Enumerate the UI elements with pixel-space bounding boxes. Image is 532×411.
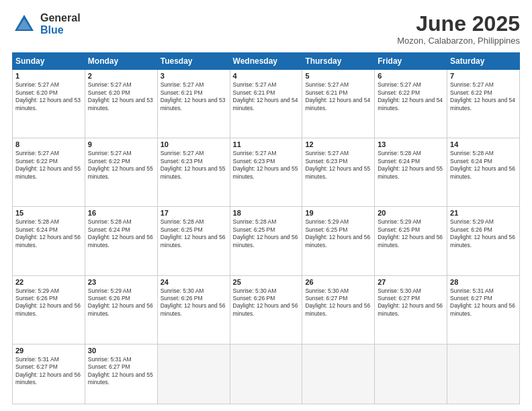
calendar-week-2: 8Sunrise: 5:27 AMSunset: 6:22 PMDaylight… (13, 138, 520, 207)
page: General Blue June 2025 Mozon, Calabarzon… (0, 0, 532, 411)
table-row: 20Sunrise: 5:29 AMSunset: 6:25 PMDayligh… (375, 207, 447, 275)
table-row: 16Sunrise: 5:28 AMSunset: 6:24 PMDayligh… (85, 207, 157, 275)
col-wednesday: Wednesday (230, 53, 302, 70)
cell-info: Sunrise: 5:29 AMSunset: 6:25 PMDaylight:… (305, 218, 370, 248)
table-row (375, 344, 447, 404)
col-monday: Monday (85, 53, 157, 70)
header: General Blue June 2025 Mozon, Calabarzon… (12, 12, 520, 46)
day-number: 15 (15, 209, 82, 217)
cell-info: Sunrise: 5:27 AMSunset: 6:22 PMDaylight:… (88, 150, 153, 179)
table-row: 25Sunrise: 5:30 AMSunset: 6:26 PMDayligh… (230, 275, 302, 344)
day-number: 12 (305, 140, 371, 148)
day-number: 18 (233, 209, 300, 217)
cell-info: Sunrise: 5:27 AMSunset: 6:22 PMDaylight:… (15, 150, 81, 179)
table-row: 10Sunrise: 5:27 AMSunset: 6:23 PMDayligh… (157, 138, 230, 207)
logo-blue: Blue (40, 24, 81, 36)
cell-info: Sunrise: 5:27 AMSunset: 6:22 PMDaylight:… (378, 81, 443, 111)
table-row: 24Sunrise: 5:30 AMSunset: 6:26 PMDayligh… (157, 275, 230, 344)
day-number: 25 (233, 278, 300, 286)
cell-info: Sunrise: 5:31 AMSunset: 6:27 PMDaylight:… (450, 287, 515, 317)
cell-info: Sunrise: 5:28 AMSunset: 6:25 PMDaylight:… (161, 218, 226, 248)
table-row: 29Sunrise: 5:31 AMSunset: 6:27 PMDayligh… (13, 344, 85, 404)
day-number: 3 (161, 72, 227, 80)
cell-info: Sunrise: 5:27 AMSunset: 6:20 PMDaylight:… (15, 81, 81, 111)
table-row: 9Sunrise: 5:27 AMSunset: 6:22 PMDaylight… (85, 138, 157, 207)
cell-info: Sunrise: 5:27 AMSunset: 6:23 PMDaylight:… (233, 150, 298, 179)
day-number: 13 (378, 140, 444, 148)
cell-info: Sunrise: 5:29 AMSunset: 6:26 PMDaylight:… (88, 287, 153, 317)
day-number: 14 (450, 140, 517, 148)
col-sunday: Sunday (13, 53, 85, 70)
day-number: 7 (450, 72, 517, 80)
table-row (157, 344, 230, 404)
table-row: 5Sunrise: 5:27 AMSunset: 6:21 PMDaylight… (302, 70, 375, 138)
table-row: 4Sunrise: 5:27 AMSunset: 6:21 PMDaylight… (230, 70, 302, 138)
calendar-week-3: 15Sunrise: 5:28 AMSunset: 6:24 PMDayligh… (13, 207, 520, 275)
day-number: 30 (88, 347, 154, 355)
day-number: 29 (15, 347, 82, 355)
cell-info: Sunrise: 5:30 AMSunset: 6:27 PMDaylight:… (378, 287, 443, 317)
table-row: 30Sunrise: 5:31 AMSunset: 6:27 PMDayligh… (85, 344, 157, 404)
cell-info: Sunrise: 5:29 AMSunset: 6:25 PMDaylight:… (378, 218, 443, 248)
calendar-table: Sunday Monday Tuesday Wednesday Thursday… (12, 52, 520, 404)
table-row: 17Sunrise: 5:28 AMSunset: 6:25 PMDayligh… (157, 207, 230, 275)
logo-icon (12, 12, 36, 36)
col-saturday: Saturday (447, 53, 520, 70)
day-number: 8 (15, 140, 82, 148)
day-number: 11 (233, 140, 300, 148)
calendar-week-4: 22Sunrise: 5:29 AMSunset: 6:26 PMDayligh… (13, 275, 520, 344)
cell-info: Sunrise: 5:27 AMSunset: 6:21 PMDaylight:… (233, 81, 298, 111)
table-row: 21Sunrise: 5:29 AMSunset: 6:26 PMDayligh… (447, 207, 520, 275)
table-row: 1Sunrise: 5:27 AMSunset: 6:20 PMDaylight… (13, 70, 85, 138)
day-number: 21 (450, 209, 517, 217)
col-tuesday: Tuesday (157, 53, 230, 70)
day-number: 26 (305, 278, 371, 286)
calendar-week-1: 1Sunrise: 5:27 AMSunset: 6:20 PMDaylight… (13, 70, 520, 138)
cell-info: Sunrise: 5:27 AMSunset: 6:23 PMDaylight:… (305, 150, 370, 179)
table-row: 3Sunrise: 5:27 AMSunset: 6:21 PMDaylight… (157, 70, 230, 138)
table-row: 22Sunrise: 5:29 AMSunset: 6:26 PMDayligh… (13, 275, 85, 344)
day-number: 2 (88, 72, 154, 80)
table-row: 28Sunrise: 5:31 AMSunset: 6:27 PMDayligh… (447, 275, 520, 344)
day-number: 17 (161, 209, 227, 217)
table-row: 6Sunrise: 5:27 AMSunset: 6:22 PMDaylight… (375, 70, 447, 138)
day-number: 16 (88, 209, 154, 217)
table-row: 13Sunrise: 5:28 AMSunset: 6:24 PMDayligh… (375, 138, 447, 207)
day-number: 9 (88, 140, 154, 148)
cell-info: Sunrise: 5:30 AMSunset: 6:26 PMDaylight:… (161, 287, 226, 317)
table-row (302, 344, 375, 404)
table-row: 11Sunrise: 5:27 AMSunset: 6:23 PMDayligh… (230, 138, 302, 207)
logo-general: General (40, 12, 81, 24)
logo-text: General Blue (40, 12, 81, 36)
cell-info: Sunrise: 5:27 AMSunset: 6:21 PMDaylight:… (161, 81, 226, 111)
cell-info: Sunrise: 5:27 AMSunset: 6:21 PMDaylight:… (305, 81, 370, 111)
table-row: 12Sunrise: 5:27 AMSunset: 6:23 PMDayligh… (302, 138, 375, 207)
day-number: 19 (305, 209, 371, 217)
day-number: 4 (233, 72, 300, 80)
table-row (230, 344, 302, 404)
day-number: 23 (88, 278, 154, 286)
cell-info: Sunrise: 5:31 AMSunset: 6:27 PMDaylight:… (88, 356, 153, 385)
day-number: 1 (15, 72, 82, 80)
table-row: 18Sunrise: 5:28 AMSunset: 6:25 PMDayligh… (230, 207, 302, 275)
cell-info: Sunrise: 5:28 AMSunset: 6:24 PMDaylight:… (378, 150, 443, 179)
table-row: 19Sunrise: 5:29 AMSunset: 6:25 PMDayligh… (302, 207, 375, 275)
cell-info: Sunrise: 5:28 AMSunset: 6:24 PMDaylight:… (450, 150, 515, 179)
cell-info: Sunrise: 5:29 AMSunset: 6:26 PMDaylight:… (15, 287, 81, 317)
cell-info: Sunrise: 5:28 AMSunset: 6:24 PMDaylight:… (15, 218, 81, 248)
cell-info: Sunrise: 5:30 AMSunset: 6:26 PMDaylight:… (233, 287, 298, 317)
day-number: 27 (378, 278, 444, 286)
cell-info: Sunrise: 5:27 AMSunset: 6:22 PMDaylight:… (450, 81, 515, 111)
table-row: 7Sunrise: 5:27 AMSunset: 6:22 PMDaylight… (447, 70, 520, 138)
day-number: 10 (161, 140, 227, 148)
table-row: 15Sunrise: 5:28 AMSunset: 6:24 PMDayligh… (13, 207, 85, 275)
calendar-subtitle: Mozon, Calabarzon, Philippines (397, 36, 520, 46)
cell-info: Sunrise: 5:28 AMSunset: 6:24 PMDaylight:… (88, 218, 153, 248)
table-row: 8Sunrise: 5:27 AMSunset: 6:22 PMDaylight… (13, 138, 85, 207)
day-number: 6 (378, 72, 444, 80)
table-row: 26Sunrise: 5:30 AMSunset: 6:27 PMDayligh… (302, 275, 375, 344)
cell-info: Sunrise: 5:31 AMSunset: 6:27 PMDaylight:… (15, 356, 81, 385)
cell-info: Sunrise: 5:30 AMSunset: 6:27 PMDaylight:… (305, 287, 370, 317)
day-number: 5 (305, 72, 371, 80)
cell-info: Sunrise: 5:28 AMSunset: 6:25 PMDaylight:… (233, 218, 298, 248)
